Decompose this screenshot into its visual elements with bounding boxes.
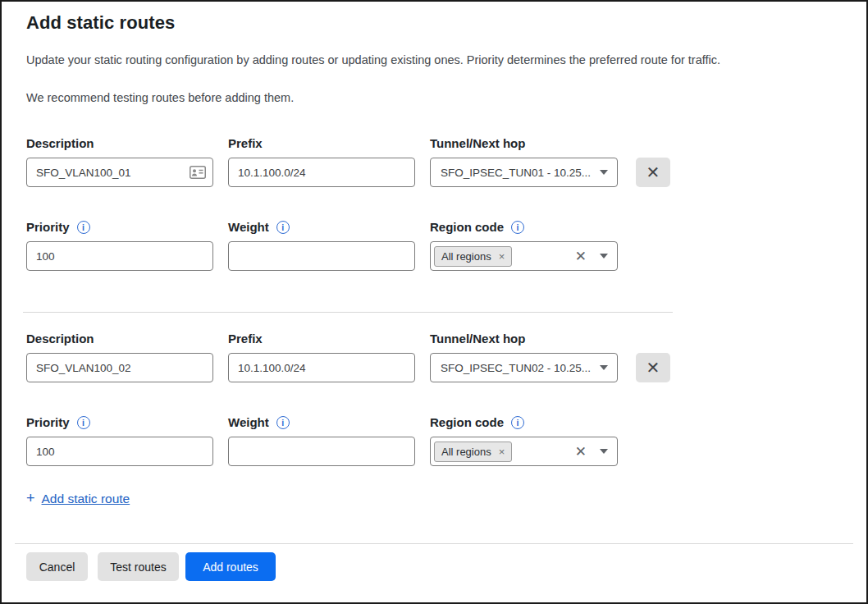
route-2-tunnel-field: Tunnel/Next hop SFO_IPSEC_TUN02 - 10.25.… xyxy=(430,331,618,382)
info-icon[interactable]: i xyxy=(511,416,524,429)
info-icon[interactable]: i xyxy=(77,221,90,234)
prefix-input[interactable] xyxy=(228,353,415,382)
page-title: Add static routes xyxy=(26,12,842,34)
route-1-weight-field: Weight i xyxy=(228,219,415,271)
chevron-down-icon[interactable] xyxy=(600,254,608,259)
test-routes-button[interactable]: Test routes xyxy=(98,552,179,581)
region-code-multiselect[interactable]: All regions × ✕ xyxy=(430,241,618,271)
weight-input[interactable] xyxy=(228,437,415,466)
priority-input[interactable] xyxy=(26,437,213,466)
tunnel-label: Tunnel/Next hop xyxy=(430,331,618,347)
close-icon: ✕ xyxy=(646,164,660,181)
plus-icon: + xyxy=(26,490,35,507)
description-input-wrap xyxy=(26,158,213,187)
dialog-footer: Cancel Test routes Add routes xyxy=(15,543,853,602)
prefix-label: Prefix xyxy=(228,135,415,152)
weight-label: Weight i xyxy=(228,219,415,236)
prefix-label: Prefix xyxy=(228,331,415,347)
route-2-weight-field: Weight i xyxy=(228,414,415,466)
recommendation-text: We recommend testing routes before addin… xyxy=(26,91,842,104)
prefix-label-text: Prefix xyxy=(228,331,263,347)
route-1-tunnel-field: Tunnel/Next hop SFO_IPSEC_TUN01 - 10.25.… xyxy=(430,135,618,187)
route-1-priority-field: Priority i xyxy=(26,219,213,271)
weight-label-text: Weight xyxy=(228,219,269,236)
region-tag-label: All regions xyxy=(441,250,491,263)
close-icon: ✕ xyxy=(646,359,660,376)
route-group-1: Description xyxy=(26,135,842,271)
region-tag-chip: All regions × xyxy=(434,442,512,462)
route-1-region-field: Region code i All regions × ✕ xyxy=(430,219,618,271)
route-1-secondary-row: Priority i Weight i Region code i xyxy=(26,219,842,271)
add-static-route-link[interactable]: + Add static route xyxy=(26,490,842,507)
priority-label: Priority i xyxy=(26,219,213,236)
description-input[interactable] xyxy=(26,353,213,382)
region-code-label-text: Region code xyxy=(430,414,504,431)
description-label-text: Description xyxy=(26,331,94,347)
route-1-description-field: Description xyxy=(26,135,213,187)
route-group-divider xyxy=(23,312,673,313)
route-2-secondary-row: Priority i Weight i Region code i xyxy=(26,414,842,466)
intro-text: Update your static routing configuration… xyxy=(26,53,842,66)
description-label: Description xyxy=(26,331,213,347)
contact-card-autofill-icon[interactable] xyxy=(190,166,206,182)
tunnel-label: Tunnel/Next hop xyxy=(430,135,618,152)
weight-input[interactable] xyxy=(228,241,415,271)
prefix-label-text: Prefix xyxy=(228,135,263,152)
clear-all-icon[interactable]: ✕ xyxy=(575,249,587,263)
weight-label: Weight i xyxy=(228,414,415,431)
region-code-label: Region code i xyxy=(430,414,618,431)
remove-route-button[interactable]: ✕ xyxy=(636,158,670,187)
route-1-main-row: Description xyxy=(26,135,842,187)
region-code-label-text: Region code xyxy=(430,219,504,236)
dialog-content: Add static routes Update your static rou… xyxy=(2,2,866,507)
description-label: Description xyxy=(26,135,213,152)
route-2-priority-field: Priority i xyxy=(26,414,213,466)
weight-label-text: Weight xyxy=(228,414,269,431)
remove-route-button[interactable]: ✕ xyxy=(636,353,670,382)
info-icon[interactable]: i xyxy=(276,416,290,429)
info-icon[interactable]: i xyxy=(276,221,290,234)
prefix-input[interactable] xyxy=(228,158,415,187)
chevron-down-icon[interactable] xyxy=(600,449,608,454)
region-tag-label: All regions xyxy=(441,446,491,458)
clear-all-icon[interactable]: ✕ xyxy=(575,445,587,459)
route-2-prefix-field: Prefix xyxy=(228,331,415,382)
priority-input[interactable] xyxy=(26,241,213,271)
tunnel-label-text: Tunnel/Next hop xyxy=(430,331,525,347)
description-label-text: Description xyxy=(26,135,94,152)
tunnel-select[interactable]: SFO_IPSEC_TUN01 - 10.25... xyxy=(430,158,618,187)
region-code-label: Region code i xyxy=(430,219,618,236)
priority-label: Priority i xyxy=(26,414,213,431)
route-2-main-row: Description Prefix Tunnel/Next hop SFO_I… xyxy=(26,331,842,382)
region-code-multiselect[interactable]: All regions × ✕ xyxy=(430,437,618,466)
info-icon[interactable]: i xyxy=(511,221,524,234)
add-static-route-link-text: Add static route xyxy=(42,492,130,506)
route-1-prefix-field: Prefix xyxy=(228,135,415,187)
priority-label-text: Priority xyxy=(26,414,70,431)
description-input[interactable] xyxy=(26,158,213,187)
route-2-region-field: Region code i All regions × ✕ xyxy=(430,414,618,466)
tunnel-label-text: Tunnel/Next hop xyxy=(430,135,525,152)
priority-label-text: Priority xyxy=(26,219,70,236)
tunnel-selected-value: SFO_IPSEC_TUN01 - 10.25... xyxy=(441,167,593,179)
route-2-description-field: Description xyxy=(26,331,213,382)
add-routes-button[interactable]: Add routes xyxy=(185,552,276,581)
route-group-2: Description Prefix Tunnel/Next hop SFO_I… xyxy=(26,331,842,466)
cancel-button[interactable]: Cancel xyxy=(26,552,88,581)
tunnel-selected-value: SFO_IPSEC_TUN02 - 10.25... xyxy=(441,362,593,374)
chevron-down-icon xyxy=(600,170,608,175)
tunnel-select[interactable]: SFO_IPSEC_TUN02 - 10.25... xyxy=(430,353,618,382)
chevron-down-icon xyxy=(600,365,608,370)
add-static-routes-dialog: { "dialog": { "title": "Add static route… xyxy=(0,0,868,604)
tag-remove-icon[interactable]: × xyxy=(499,446,505,457)
tag-remove-icon[interactable]: × xyxy=(499,251,505,262)
info-icon[interactable]: i xyxy=(77,416,90,429)
region-tag-chip: All regions × xyxy=(434,246,512,267)
